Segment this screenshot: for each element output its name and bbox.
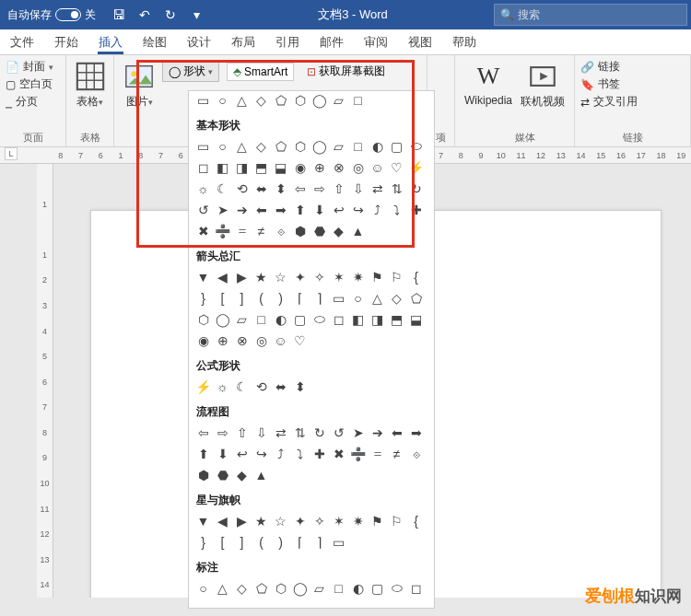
shape-item[interactable]: ⟐ [407,445,425,462]
shape-item[interactable]: { [407,268,425,285]
shape-item[interactable]: ⬓ [272,158,289,176]
shape-item[interactable]: ◐ [349,579,367,597]
shape-item[interactable]: ⇧ [330,180,347,197]
shape-item[interactable]: ➗ [214,222,231,239]
shape-item[interactable]: ☺ [272,331,289,349]
shape-item[interactable]: ⌈ [291,533,309,551]
shape-item[interactable]: ◯ [214,310,231,328]
shape-item[interactable]: ▶ [233,268,251,285]
shape-item[interactable]: ⇅ [388,180,405,197]
shape-item[interactable]: ⇦ [291,180,309,197]
bookmark-button[interactable]: 🔖书签 [580,76,685,92]
tab-home[interactable]: 开始 [44,29,88,54]
shape-item[interactable]: ▱ [330,91,347,109]
shape-item[interactable]: ) [272,289,289,307]
shape-item[interactable]: ⬠ [252,579,270,597]
shape-item[interactable]: ✧ [310,268,328,285]
shape-item[interactable]: ↻ [310,424,328,441]
shape-item[interactable]: ◧ [349,310,367,328]
page-break-button[interactable]: ⎯分页 [6,94,60,110]
shape-item[interactable]: ◉ [291,158,309,176]
shape-item[interactable]: ⚑ [369,268,386,285]
shape-item[interactable]: ⬆ [291,201,309,218]
shape-item[interactable]: } [194,533,212,551]
shape-item[interactable]: ☾ [214,180,231,197]
save-icon[interactable]: 🖫 [111,6,127,23]
shape-item[interactable]: ↪ [349,201,367,218]
shape-item[interactable]: ⬌ [252,180,270,197]
tab-insert[interactable]: 插入 [88,29,133,54]
shape-item[interactable]: ✦ [291,268,309,285]
shape-item[interactable]: ⬡ [291,91,309,109]
shape-item[interactable]: ⬇ [310,201,328,218]
shape-item[interactable]: ✶ [330,268,347,285]
shape-item[interactable]: ⇩ [349,180,367,197]
shape-item[interactable]: ◐ [369,137,386,155]
shape-item[interactable]: ◆ [233,466,251,483]
shape-item[interactable]: ⇦ [194,424,212,441]
shape-item[interactable]: ▭ [194,137,212,155]
shape-item[interactable]: ↩ [330,201,347,218]
shape-item[interactable]: ) [272,533,289,551]
shape-item[interactable]: ♡ [388,158,405,176]
shape-item[interactable]: ◻ [330,310,347,328]
shape-item[interactable]: ➔ [233,201,251,218]
shape-item[interactable]: △ [233,91,251,109]
shape-item[interactable]: ≠ [252,222,270,239]
shape-item[interactable]: ⬆ [194,445,212,462]
shape-item[interactable]: ▭ [330,533,347,551]
shape-item[interactable]: ⇩ [252,424,270,441]
shape-item[interactable]: △ [233,137,251,155]
tab-design[interactable]: 设计 [177,29,221,54]
shape-item[interactable]: ( [252,289,270,307]
cover-page-button[interactable]: 📄封面▾ [6,59,60,75]
shape-item[interactable]: ⬍ [291,378,309,395]
shape-item[interactable]: ⬣ [310,222,328,239]
shapes-button[interactable]: ◯形状▾ [162,61,219,82]
shape-item[interactable]: ⬅ [252,201,270,218]
shape-item[interactable]: ○ [214,91,231,109]
shape-item[interactable]: ⤴ [272,445,289,462]
undo-icon[interactable]: ↶ [136,6,153,23]
shape-item[interactable]: ◻ [194,158,212,176]
shape-item[interactable]: ◧ [214,158,231,176]
shape-item[interactable]: □ [330,579,347,597]
shape-item[interactable]: ⬢ [194,466,212,483]
shape-item[interactable]: ◇ [252,91,270,109]
shape-item[interactable]: ▢ [369,579,386,597]
shape-item[interactable]: ◀ [214,512,231,529]
shape-item[interactable]: ○ [194,579,212,597]
shape-item[interactable]: ◯ [310,137,328,155]
shape-item[interactable]: ◇ [252,137,270,155]
shape-item[interactable]: ⬭ [310,310,328,328]
shape-item[interactable]: ▲ [349,222,367,239]
shape-item[interactable]: ✦ [291,512,309,529]
shape-item[interactable]: ⇄ [369,180,386,197]
shape-item[interactable]: [ [214,289,231,307]
shape-item[interactable]: ★ [252,512,270,529]
blank-page-button[interactable]: ▢空白页 [6,76,60,92]
shape-item[interactable]: ⊕ [310,158,328,176]
crossref-button[interactable]: ⇄交叉引用 [580,94,685,110]
shape-item[interactable]: ✖ [330,445,347,462]
shape-item[interactable]: □ [349,137,367,155]
shape-item[interactable]: ☼ [214,378,231,395]
shape-item[interactable]: ] [233,533,251,551]
shape-item[interactable]: ⬍ [272,180,289,197]
shape-item[interactable]: ☆ [272,512,289,529]
shape-item[interactable]: ⬠ [407,289,425,307]
shape-item[interactable]: ⇅ [291,424,309,441]
shape-item[interactable]: ↻ [407,180,425,197]
shape-item[interactable]: □ [252,310,270,328]
shape-item[interactable]: ⇄ [272,424,289,441]
shape-item[interactable]: ☆ [272,268,289,285]
shape-item[interactable]: ◨ [369,310,386,328]
shape-item[interactable]: ⤴ [369,201,386,218]
shape-item[interactable]: ⌉ [310,533,328,551]
shape-item[interactable]: ◯ [310,91,328,109]
shape-item[interactable]: ▱ [233,310,251,328]
shape-item[interactable]: ⇧ [233,424,251,441]
shape-item[interactable]: ◉ [194,331,212,349]
shape-item[interactable]: ▱ [310,579,328,597]
shape-item[interactable]: ⚡ [407,158,425,176]
